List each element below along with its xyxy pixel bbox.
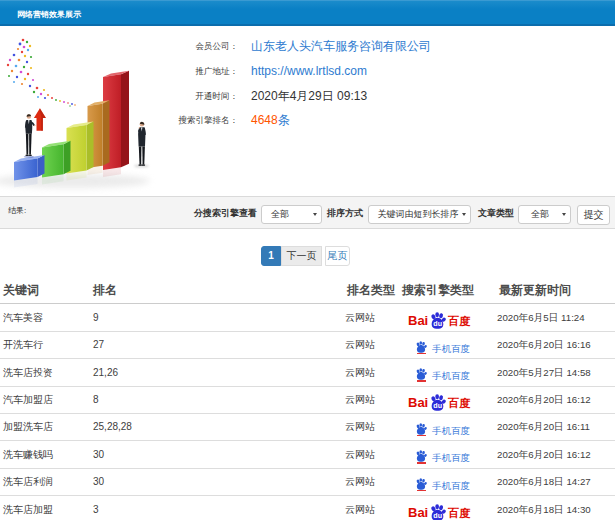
svg-text:du: du [433, 512, 442, 520]
svg-text:du: du [433, 320, 442, 328]
svg-text:du: du [433, 402, 442, 410]
